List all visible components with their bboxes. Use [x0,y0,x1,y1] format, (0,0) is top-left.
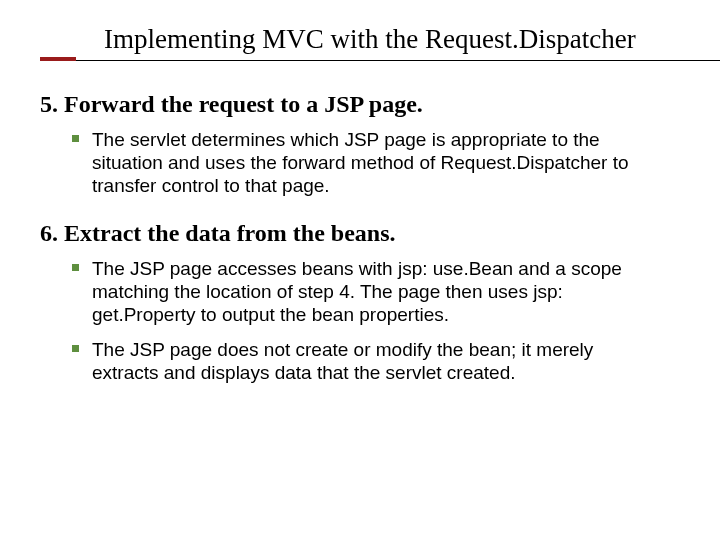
slide: Implementing MVC with the Request.Dispat… [0,0,720,540]
bullet-list: The JSP page accesses beans with jsp: us… [40,257,680,385]
title-area: Implementing MVC with the Request.Dispat… [40,24,680,61]
step-heading: 6. Extract the data from the beans. [40,220,680,247]
list-item: The JSP page does not create or modify t… [92,338,680,384]
bullet-list: The servlet determines which JSP page is… [40,128,680,198]
slide-content: 5. Forward the request to a JSP page. Th… [40,91,680,384]
step-heading: 5. Forward the request to a JSP page. [40,91,680,118]
slide-title: Implementing MVC with the Request.Dispat… [104,24,680,55]
list-item: The JSP page accesses beans with jsp: us… [92,257,680,327]
list-item: The servlet determines which JSP page is… [92,128,680,198]
title-rule [40,57,720,61]
